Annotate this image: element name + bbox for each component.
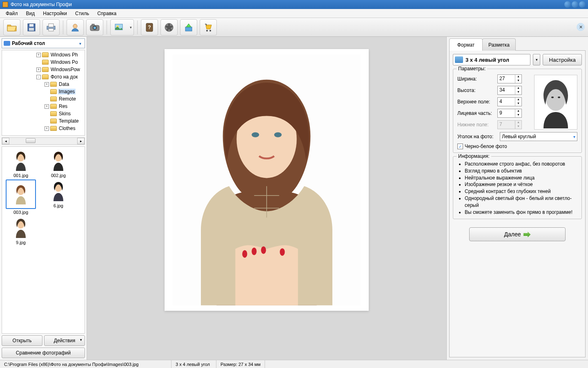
print-button[interactable] (42, 19, 60, 36)
open-button[interactable]: Открыть (2, 335, 42, 346)
tab-markup[interactable]: Разметка (482, 38, 516, 51)
format-combo[interactable]: 3 x 4 левый угол (453, 54, 530, 65)
bottom-margin-label: Нижнее поле: (457, 122, 497, 128)
tree-item[interactable]: Remote (2, 95, 85, 103)
svg-point-19 (166, 25, 168, 27)
tree-item[interactable]: Windows Po (2, 58, 85, 66)
svg-point-23 (206, 30, 208, 31)
svg-point-9 (94, 27, 96, 29)
tree-item[interactable]: Skins (2, 110, 85, 117)
minimize-button[interactable] (564, 1, 571, 8)
format-dropdown-button[interactable]: ▾ (533, 54, 540, 65)
svg-text:?: ? (148, 25, 151, 30)
tree-item[interactable]: +Data (2, 81, 85, 88)
tab-format[interactable]: Формат (449, 38, 483, 51)
menu-view[interactable]: Вид (22, 9, 39, 18)
menubar: Файл Вид Настройки Стиль Справка (0, 9, 588, 18)
folder-tree[interactable]: +Windows PhWindows Po+WindowsPow-Фото на… (2, 50, 85, 136)
tree-item[interactable]: +Clothes (2, 125, 85, 132)
titlebar: Фото на документы Профи (0, 0, 588, 9)
maximize-button[interactable] (572, 1, 578, 8)
close-pane-button[interactable]: ✕ (577, 23, 585, 31)
svg-rect-2 (29, 28, 34, 31)
open-folder-button[interactable] (3, 19, 20, 36)
top-margin-spinner[interactable]: 4▲▼ (497, 97, 522, 106)
tree-item[interactable]: +WindowsPow (2, 66, 85, 73)
params-title: Параметры: (457, 66, 487, 72)
svg-point-35 (252, 248, 256, 255)
scroll-left-button[interactable]: ◂ (2, 138, 9, 144)
svg-point-34 (242, 250, 247, 258)
actions-button[interactable]: Действия (44, 335, 85, 346)
corner-combo[interactable]: Левый круглый▾ (500, 132, 577, 141)
save-button[interactable] (23, 19, 40, 36)
status-path: C:\Program Files (x86)\Фото на документы… (0, 360, 172, 368)
effects-dropdown[interactable] (110, 19, 134, 36)
menu-style[interactable]: Стиль (71, 9, 93, 18)
svg-point-37 (280, 248, 285, 256)
menu-file[interactable]: Файл (2, 9, 22, 18)
cart-button[interactable] (200, 19, 217, 36)
svg-rect-22 (185, 27, 192, 31)
tree-item[interactable]: -Фото на док (2, 73, 85, 81)
scroll-right-button[interactable]: ▸ (77, 138, 85, 144)
svg-point-17 (168, 23, 170, 25)
info-item: Вы сможете заменить фон прямо в программ… (465, 209, 577, 216)
info-item: Расположение строго анфас, без поворотов (465, 161, 577, 168)
svg-point-18 (171, 25, 173, 27)
format-text: 3 x 4 левый угол (466, 57, 528, 63)
info-item: Изображение резкое и чёткое (465, 181, 577, 188)
tree-item[interactable]: +Windows Ph (2, 51, 85, 58)
thumbnail[interactable]: 001.jpg (4, 149, 37, 178)
svg-point-32 (252, 132, 259, 137)
info-list: Расположение строго анфас, без поворотов… (457, 161, 577, 215)
tree-item[interactable]: +Res (2, 103, 85, 110)
svg-rect-5 (49, 29, 53, 31)
next-button[interactable]: Далее (469, 227, 566, 241)
thumbnail[interactable]: 9.jpg (4, 216, 37, 245)
bw-checkbox[interactable]: ✓ (457, 144, 463, 149)
svg-point-41 (558, 96, 560, 98)
svg-point-36 (261, 247, 266, 254)
location-text: Рабочий стол (12, 40, 77, 46)
width-spinner[interactable]: 27▲▼ (497, 74, 522, 83)
svg-point-40 (551, 96, 554, 98)
height-spinner[interactable]: 34▲▼ (497, 86, 522, 95)
thumbnail[interactable]: 002.jpg (42, 149, 75, 178)
arrow-right-icon (523, 231, 531, 237)
thumbnail[interactable]: 6.jpg (42, 180, 75, 215)
sidebar: Рабочий стол ▾ +Windows PhWindows Po+Win… (0, 37, 87, 360)
video-tutorial-button[interactable] (160, 19, 178, 36)
menu-settings[interactable]: Настройки (39, 9, 71, 18)
tree-scrollbar[interactable]: ◂ ▸ (2, 137, 85, 145)
tree-item[interactable]: Images (2, 88, 85, 95)
svg-point-16 (167, 25, 171, 29)
thumbnail[interactable]: 003.jpg (4, 180, 37, 215)
location-bar[interactable]: Рабочий стол ▾ (2, 38, 85, 48)
main-photo (165, 49, 369, 311)
svg-point-33 (274, 132, 281, 137)
info-title: Информация: (457, 153, 491, 159)
app-icon (2, 2, 8, 7)
close-button[interactable] (579, 1, 586, 8)
svg-point-24 (209, 30, 211, 31)
camera-button[interactable] (86, 19, 103, 36)
thumbnail-grid: 001.jpg002.jpg003.jpg6.jpg9.jpg (2, 146, 85, 334)
info-item: Взгляд прямо в объектив (465, 168, 577, 175)
format-icon (455, 56, 463, 63)
svg-point-21 (170, 29, 172, 31)
menu-help[interactable]: Справка (93, 9, 120, 18)
dropdown-icon[interactable]: ▾ (77, 41, 83, 46)
upgrade-button[interactable] (180, 19, 197, 36)
svg-rect-4 (49, 24, 53, 27)
tree-item[interactable]: Template (2, 117, 85, 125)
status-size: Размер: 27 x 34 мм (216, 360, 265, 368)
svg-point-20 (167, 29, 169, 31)
scroll-thumb[interactable] (26, 138, 36, 143)
compare-button[interactable]: Сравнение фотографий (2, 348, 85, 358)
configure-button[interactable]: Настройка (543, 54, 582, 65)
face-part-spinner[interactable]: 9▲▼ (497, 109, 522, 118)
face-part-label: Лицевая часть: (457, 110, 497, 116)
face-detect-button[interactable] (67, 19, 84, 36)
help-button[interactable]: ? (141, 19, 158, 36)
